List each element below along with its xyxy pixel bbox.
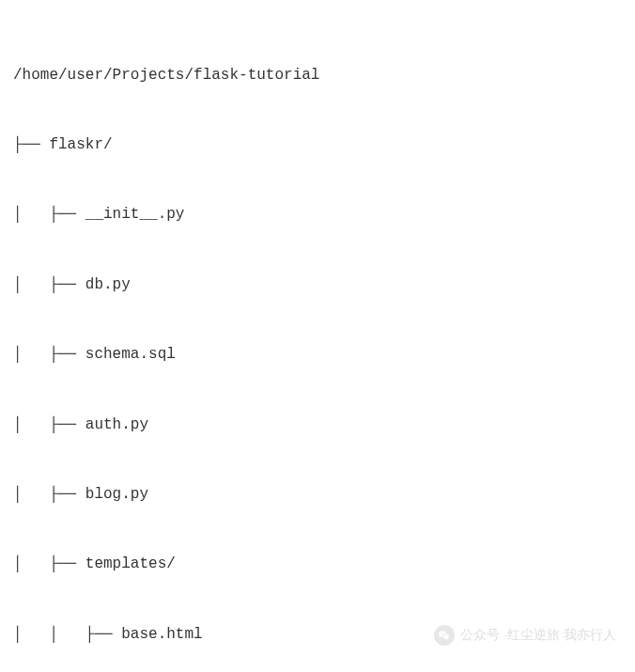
- tree-line: │ ├── templates/: [13, 553, 622, 576]
- tree-line: │ ├── db.py: [13, 273, 622, 297]
- wechat-icon: [434, 625, 455, 646]
- tree-line: │ ├── auth.py: [13, 414, 622, 437]
- tree-line: │ ├── __init__.py: [13, 203, 622, 227]
- tree-line: │ ├── blog.py: [13, 483, 622, 507]
- watermark: 公众号 · 红尘逆旅 我亦行人: [434, 625, 616, 646]
- tree-line: ├── flaskr/: [13, 133, 622, 157]
- watermark-text: 红尘逆旅 我亦行人: [507, 625, 616, 646]
- watermark-prefix: 公众号 ·: [460, 625, 507, 646]
- tree-root-path: /home/user/Projects/flask-tutorial: [13, 64, 622, 87]
- directory-tree: /home/user/Projects/flask-tutorial ├── f…: [13, 17, 622, 672]
- tree-line: │ ├── schema.sql: [13, 343, 622, 367]
